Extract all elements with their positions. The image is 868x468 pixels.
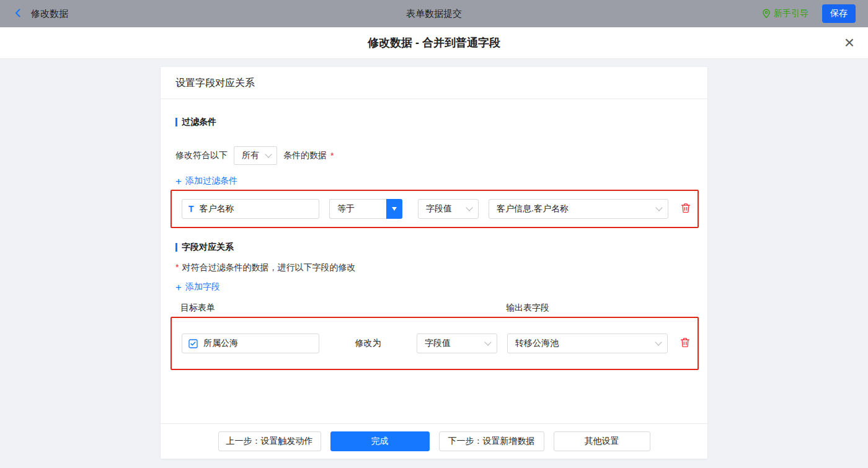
back-label[interactable]: 修改数据 xyxy=(31,8,68,20)
add-filter-condition-button[interactable]: + 添加过滤条件 xyxy=(175,175,237,187)
settings-card: 设置字段对应关系 过滤条件 修改符合以下 所有 条件的数据 * + 添加过滤条件 xyxy=(161,67,707,459)
beginner-guide-link[interactable]: 新手引导 xyxy=(762,8,808,19)
condition-prefix: 修改符合以下 xyxy=(175,150,228,161)
text-field-icon: T xyxy=(188,205,194,213)
back-button[interactable] xyxy=(12,7,24,20)
dialog-title: 修改数据 - 合并到普通字段 xyxy=(368,35,500,50)
condition-suffix: 条件的数据 xyxy=(283,150,327,161)
card-body: 过滤条件 修改符合以下 所有 条件的数据 * + 添加过滤条件 xyxy=(161,99,707,423)
operator-select[interactable]: 等于 xyxy=(329,199,386,219)
chevron-down-icon xyxy=(655,338,662,345)
done-button[interactable]: 完成 xyxy=(330,431,430,451)
card-footer: 上一步：设置触发动作 完成 下一步：设置新增数据 其他设置 xyxy=(161,423,707,459)
required-mark: * xyxy=(175,262,179,272)
trash-icon xyxy=(680,337,690,350)
prev-step-button[interactable]: 上一步：设置触发动作 xyxy=(218,431,321,451)
triangle-down-icon xyxy=(392,207,397,211)
filter-field-name: 客户名称 xyxy=(200,203,234,214)
filter-value-type-select[interactable]: 字段值 xyxy=(418,199,479,219)
mapping-field-input[interactable]: 所属公海 xyxy=(182,333,319,353)
page-title: 表单数据提交 xyxy=(0,8,868,20)
chevron-down-icon xyxy=(466,204,472,211)
add-filter-row: + 添加过滤条件 xyxy=(175,175,707,185)
beginner-guide-label: 新手引导 xyxy=(774,8,808,19)
topbar-actions: 新手引导 保存 xyxy=(762,4,856,23)
plus-icon: + xyxy=(175,176,182,187)
required-mark: * xyxy=(330,151,334,161)
section-accent-bar xyxy=(175,243,177,252)
condition-line: 修改符合以下 所有 条件的数据 * xyxy=(175,146,693,165)
close-icon[interactable]: × xyxy=(844,34,854,51)
modify-to-label: 修改为 xyxy=(319,338,417,349)
delete-mapping-row-button[interactable] xyxy=(680,337,690,350)
chevron-left-icon xyxy=(12,7,24,20)
add-field-button[interactable]: + 添加字段 xyxy=(175,281,220,293)
filter-row-annotation: T 客户名称 等于 字段值 客户信息.客户名称 xyxy=(170,190,699,228)
filter-value-select[interactable]: 客户信息.客户名称 xyxy=(489,199,668,219)
plus-icon: + xyxy=(175,282,182,293)
next-step-button[interactable]: 下一步：设置新增数据 xyxy=(439,431,544,451)
mapping-field-name: 所属公海 xyxy=(203,338,238,349)
other-settings-button[interactable]: 其他设置 xyxy=(554,431,650,451)
mapping-row-annotation: 所属公海 修改为 字段值 转移公海池 xyxy=(170,317,699,370)
mapping-value-select[interactable]: 转移公海池 xyxy=(507,333,668,353)
location-pin-icon xyxy=(762,9,771,19)
checkbox-field-icon xyxy=(188,339,198,348)
save-button[interactable]: 保存 xyxy=(822,4,856,23)
mapping-section-title: 字段对应关系 xyxy=(175,242,693,253)
back-nav[interactable]: 修改数据 xyxy=(12,7,68,20)
dialog-body: 设置字段对应关系 过滤条件 修改符合以下 所有 条件的数据 * + 添加过滤条件 xyxy=(0,59,868,459)
operator-group: 等于 xyxy=(329,199,402,219)
trash-icon xyxy=(681,203,691,215)
dialog-header: 修改数据 - 合并到普通字段 × xyxy=(0,27,868,59)
delete-filter-row-button[interactable] xyxy=(681,203,691,215)
card-header-title: 设置字段对应关系 xyxy=(161,67,707,99)
filter-field-input[interactable]: T 客户名称 xyxy=(182,199,319,219)
filter-section-title: 过滤条件 xyxy=(175,117,693,128)
column-output-field: 输出表字段 xyxy=(506,302,549,314)
match-mode-select[interactable]: 所有 xyxy=(234,146,277,165)
section-accent-bar xyxy=(175,118,177,126)
mapping-value-type-select[interactable]: 字段值 xyxy=(417,333,497,353)
add-field-row: + 添加字段 xyxy=(175,281,707,291)
mapping-column-headers: 目标表单 输出表字段 xyxy=(180,302,707,312)
chevron-down-icon xyxy=(265,151,272,157)
chevron-down-icon xyxy=(655,204,662,211)
column-target-form: 目标表单 xyxy=(180,302,215,312)
operator-dropdown-button[interactable] xyxy=(386,199,402,219)
mapping-description: * 对符合过滤条件的数据，进行以下字段的修改 xyxy=(175,262,693,273)
chevron-down-icon xyxy=(484,338,491,345)
top-bar: 表单数据提交 修改数据 新手引导 保存 xyxy=(0,0,868,27)
